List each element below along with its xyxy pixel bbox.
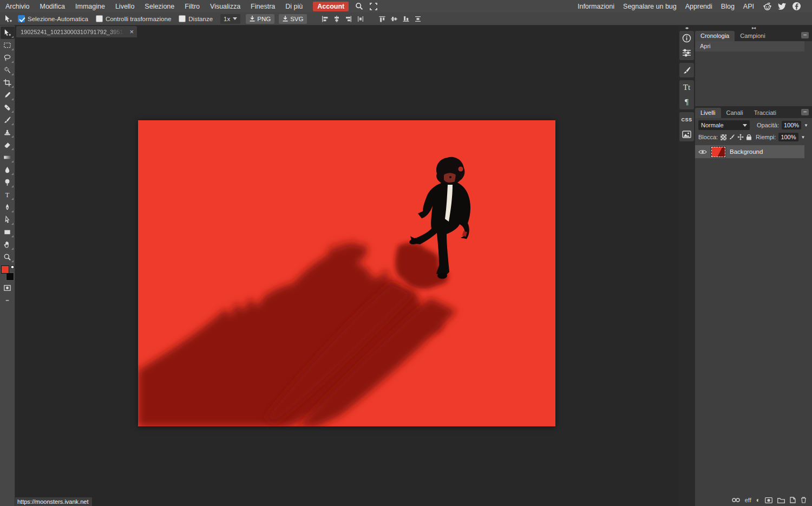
distribute-v-icon[interactable] <box>414 15 422 23</box>
path-select-tool[interactable] <box>1 213 15 226</box>
collapse-rail-icon[interactable]: ◂▸ <box>685 25 688 31</box>
new-folder-icon[interactable] <box>777 497 785 503</box>
menu-modifica[interactable]: Modifica <box>40 3 65 10</box>
link-layers-icon[interactable] <box>732 498 740 502</box>
css-panel-icon[interactable]: CSS <box>679 112 694 127</box>
checkbox-unchecked[interactable] <box>96 15 103 22</box>
canvas[interactable] <box>138 120 555 426</box>
layer-mask-icon[interactable] <box>765 497 772 503</box>
fill-input[interactable]: 100% <box>778 133 798 141</box>
spot-heal-tool[interactable] <box>1 101 15 114</box>
menu-informazioni[interactable]: Informazioni <box>578 3 614 10</box>
brush-panel-icon[interactable] <box>679 63 694 77</box>
transform-controls-checkbox[interactable]: Controlli trasformazione <box>96 15 171 22</box>
info-panel-icon[interactable] <box>679 31 694 46</box>
gradient-tool[interactable] <box>1 151 15 164</box>
checkbox-unchecked[interactable] <box>179 15 186 22</box>
rectangle-select-tool[interactable] <box>1 39 15 51</box>
export-scale-select[interactable]: 1x <box>220 14 240 24</box>
dodge-tool[interactable] <box>1 176 15 189</box>
adjustment-layer-icon[interactable]: ◐ <box>756 496 760 504</box>
layer-row-background[interactable]: Background <box>695 145 804 158</box>
pen-tool[interactable] <box>1 201 15 213</box>
hand-tool[interactable] <box>1 238 15 251</box>
foreground-color-swatch[interactable] <box>1 265 9 274</box>
rectangle-shape-tool[interactable] <box>1 226 15 238</box>
twitter-icon[interactable] <box>777 2 787 11</box>
eyedropper-tool[interactable] <box>1 89 15 101</box>
menu-finestra[interactable]: Finestra <box>251 3 275 10</box>
menu-filtro[interactable]: Filtro <box>185 3 200 10</box>
reddit-icon[interactable] <box>763 2 772 11</box>
clone-stamp-tool[interactable] <box>1 126 15 139</box>
menu-api[interactable]: API <box>743 3 754 10</box>
account-button[interactable]: Account <box>313 2 349 11</box>
move-tool[interactable] <box>1 27 15 39</box>
menu-blog[interactable]: Blog <box>721 3 735 10</box>
lock-position-icon[interactable] <box>737 134 744 140</box>
eraser-tool[interactable] <box>1 139 15 151</box>
align-top-icon[interactable] <box>378 15 386 23</box>
menu-immagine[interactable]: Immagine <box>75 3 105 10</box>
tab-cronologia[interactable]: Cronologia <box>695 31 735 41</box>
close-tab-icon[interactable]: × <box>126 28 134 36</box>
menu-selezione[interactable]: Selezione <box>145 3 174 10</box>
export-svg-button[interactable]: SVG <box>279 14 307 24</box>
menu-archivio[interactable]: Archivio <box>5 3 29 10</box>
menu-livello[interactable]: Livello <box>115 3 134 10</box>
paragraph-panel-icon[interactable]: ¶ <box>679 95 694 109</box>
menu-visualizza[interactable]: Visualizza <box>210 3 240 10</box>
minimize-panel-button[interactable]: – <box>801 109 809 115</box>
auto-select-checkbox[interactable]: Selezione-Automatica <box>18 15 88 22</box>
zoom-tool[interactable] <box>1 251 15 263</box>
menu-di-piu[interactable]: Di più <box>285 3 303 10</box>
history-entry-apri[interactable]: Apri <box>695 41 804 51</box>
tab-livelli[interactable]: Livelli <box>695 108 721 118</box>
delete-layer-icon[interactable] <box>801 497 807 503</box>
distances-checkbox[interactable]: Distanze <box>179 15 213 22</box>
collapse-panels-icon[interactable]: ▸◂ <box>695 25 812 30</box>
export-png-button[interactable]: PNG <box>246 14 274 24</box>
opacity-input[interactable]: 100% <box>782 121 801 129</box>
align-right-icon[interactable] <box>345 15 352 23</box>
crop-tool[interactable] <box>1 76 15 89</box>
menu-apprendi[interactable]: Apprendi <box>685 3 712 10</box>
lock-all-icon[interactable] <box>746 134 752 140</box>
align-center-h-icon[interactable] <box>333 15 340 23</box>
brush-tool[interactable] <box>1 114 15 126</box>
align-bottom-icon[interactable] <box>402 15 410 23</box>
minimize-panel-button[interactable]: – <box>801 32 809 38</box>
lasso-tool[interactable] <box>1 51 15 64</box>
layer-effects-button[interactable]: eff <box>745 497 751 503</box>
opacity-slider-icon[interactable]: ▼ <box>804 123 808 128</box>
facebook-icon[interactable] <box>792 2 801 11</box>
layer-thumbnail[interactable] <box>711 147 725 157</box>
lock-pixels-icon[interactable] <box>729 134 735 140</box>
background-color-swatch[interactable] <box>6 273 14 281</box>
more-tools-button[interactable] <box>1 294 15 307</box>
tab-tracciati[interactable]: Tracciati <box>749 108 782 118</box>
lock-transparency-icon[interactable] <box>721 134 726 140</box>
color-swatches[interactable] <box>1 265 14 281</box>
fill-slider-icon[interactable]: ▼ <box>801 135 806 140</box>
menu-segnalare-bug[interactable]: Segnalare un bug <box>623 3 677 10</box>
image-panel-icon[interactable] <box>679 127 694 141</box>
quick-mask-tool[interactable] <box>1 282 15 294</box>
blur-tool[interactable] <box>1 164 15 176</box>
fullscreen-icon[interactable] <box>370 3 377 10</box>
tab-campioni[interactable]: Campioni <box>735 31 770 41</box>
character-panel-icon[interactable]: Tt <box>679 80 694 95</box>
type-tool[interactable]: T <box>1 189 15 201</box>
blend-mode-select[interactable]: Normale <box>698 120 750 130</box>
magic-wand-tool[interactable] <box>1 64 15 76</box>
search-icon[interactable] <box>355 2 363 10</box>
checkbox-checked[interactable] <box>18 15 25 22</box>
tab-canali[interactable]: Canali <box>721 108 749 118</box>
align-middle-v-icon[interactable] <box>390 15 398 23</box>
new-layer-icon[interactable] <box>790 497 796 503</box>
document-tab[interactable]: 19025241_10213000310791792_39517152 × <box>16 26 137 37</box>
distribute-h-icon[interactable] <box>357 15 364 23</box>
adjustments-panel-icon[interactable] <box>679 46 694 60</box>
align-left-icon[interactable] <box>321 15 329 23</box>
default-colors-icon[interactable] <box>11 265 14 269</box>
